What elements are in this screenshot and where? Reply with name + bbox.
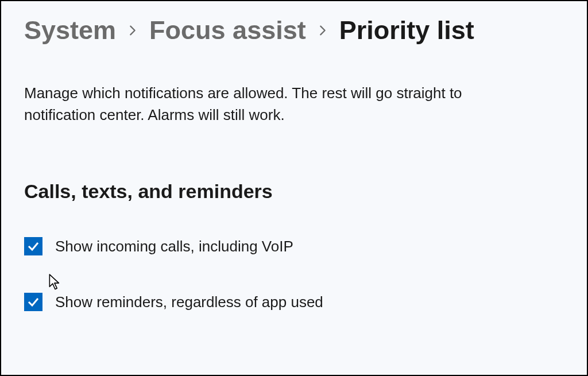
checkbox-label: Show incoming calls, including VoIP	[55, 238, 293, 255]
section-heading-calls-texts-reminders: Calls, texts, and reminders	[24, 180, 564, 203]
breadcrumb-item-system[interactable]: System	[24, 15, 116, 45]
checkbox-show-reminders[interactable]: Show reminders, regardless of app used	[24, 293, 564, 311]
mouse-cursor-icon	[48, 274, 62, 293]
checkbox-label: Show reminders, regardless of app used	[55, 293, 323, 311]
checkmark-icon	[26, 239, 40, 253]
checkbox-box	[24, 237, 42, 255]
chevron-right-icon	[316, 24, 329, 37]
breadcrumb-item-focus-assist[interactable]: Focus assist	[149, 15, 306, 45]
chevron-right-icon	[126, 24, 139, 37]
breadcrumb: System Focus assist Priority list	[24, 15, 564, 45]
checkbox-box	[24, 293, 42, 311]
checkmark-icon	[26, 295, 40, 309]
checkbox-show-incoming-calls[interactable]: Show incoming calls, including VoIP	[24, 237, 564, 255]
page-description: Manage which notifications are allowed. …	[24, 83, 529, 126]
breadcrumb-item-priority-list: Priority list	[339, 15, 474, 45]
